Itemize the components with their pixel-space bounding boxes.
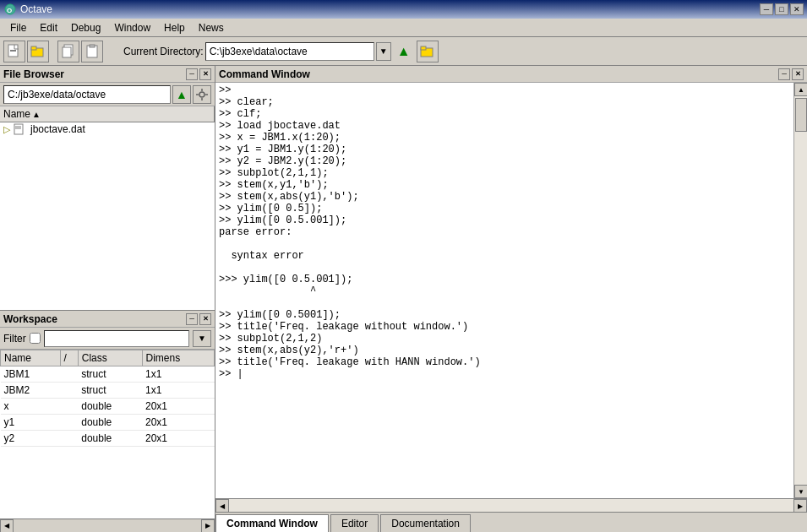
menu-edit[interactable]: Edit <box>33 20 64 35</box>
table-row[interactable]: JBM2struct1x1 <box>1 383 215 399</box>
tab-editor[interactable]: Editor <box>330 514 379 532</box>
close-button[interactable]: ✕ <box>790 3 804 15</box>
svg-rect-5 <box>31 46 36 50</box>
var-class: double <box>78 431 142 447</box>
file-sort-icon[interactable]: ▲ <box>32 110 41 119</box>
file-browser-controls: ─ ✕ <box>186 68 211 80</box>
workspace-title: Workspace <box>3 313 57 325</box>
paste-button[interactable] <box>81 41 103 62</box>
scroll-up-btn[interactable]: ▲ <box>794 83 807 96</box>
tab-documentation[interactable]: Documentation <box>380 514 471 532</box>
maximize-button[interactable]: □ <box>775 3 788 15</box>
command-window-close[interactable]: ✕ <box>792 68 804 80</box>
workspace-filter: Filter ▼ <box>0 328 215 350</box>
file-browser-close[interactable]: ✕ <box>199 68 211 80</box>
filter-dropdown[interactable]: ▼ <box>193 330 211 347</box>
var-name: x <box>1 399 61 415</box>
table-row[interactable]: y2double20x1 <box>1 431 215 447</box>
title-left: O Octave <box>3 3 52 16</box>
open-file-button[interactable] <box>27 41 49 62</box>
file-settings-button[interactable] <box>193 85 211 104</box>
menu-help[interactable]: Help <box>157 20 192 35</box>
cmd-scroll-right[interactable]: ▶ <box>793 499 807 513</box>
new-file-button[interactable] <box>3 41 25 62</box>
menu-debug[interactable]: Debug <box>64 20 107 35</box>
title-text: Octave <box>20 3 52 15</box>
var-flag <box>60 383 78 399</box>
file-name: jboctave.dat <box>30 123 85 135</box>
col-header-dim[interactable]: Dimens <box>142 350 215 366</box>
copy-button[interactable] <box>57 41 79 62</box>
table-row[interactable]: y1double20x1 <box>1 415 215 431</box>
command-scrollbar-h[interactable]: ◀ ▶ <box>215 498 807 512</box>
scroll-track-v <box>794 96 807 485</box>
menu-window[interactable]: Window <box>107 20 157 35</box>
file-dat-icon <box>14 123 27 135</box>
var-flag <box>60 415 78 431</box>
filter-label: Filter <box>3 333 26 345</box>
current-dir-input[interactable] <box>205 42 374 61</box>
table-row[interactable]: JBM1struct1x1 <box>1 366 215 383</box>
file-col-name[interactable]: Name ▲ <box>0 106 215 122</box>
menu-news[interactable]: News <box>192 20 231 35</box>
menu-file[interactable]: File <box>3 20 33 35</box>
var-dim: 20x1 <box>142 415 215 431</box>
svg-text:O: O <box>7 7 12 14</box>
filter-input[interactable] <box>44 330 189 347</box>
nav-up-icon: ▲ <box>176 88 188 101</box>
bottom-tabs: Command Window Editor Documentation <box>215 512 807 532</box>
workspace-controls: ─ ✕ <box>186 313 211 325</box>
expand-icon: ▷ <box>3 124 10 135</box>
var-class: double <box>78 415 142 431</box>
title-controls: ─ □ ✕ <box>760 3 804 15</box>
col-header-name[interactable]: Name <box>1 350 61 366</box>
main-content: File Browser ─ ✕ ▲ <box>0 66 807 532</box>
left-scrollbar-h[interactable]: ◀ ▶ <box>0 518 215 532</box>
workspace-minimize[interactable]: ─ <box>186 313 198 325</box>
col-header-flag[interactable]: / <box>60 350 78 366</box>
command-window-minimize[interactable]: ─ <box>778 68 790 80</box>
command-window-controls: ─ ✕ <box>778 68 804 80</box>
svg-rect-7 <box>63 47 71 57</box>
var-name: y1 <box>1 415 61 431</box>
file-browser-path[interactable] <box>3 85 171 104</box>
file-browser-minimize[interactable]: ─ <box>186 68 198 80</box>
file-browser-toolbar: ▲ <box>0 83 215 106</box>
octave-icon: O <box>3 3 17 16</box>
workspace-close[interactable]: ✕ <box>199 313 211 325</box>
file-browser: File Browser ─ ✕ ▲ <box>0 66 215 311</box>
workspace-header: Workspace ─ ✕ <box>0 311 215 328</box>
scroll-down-btn[interactable]: ▼ <box>794 485 807 498</box>
scroll-right-btn[interactable]: ▶ <box>201 519 215 533</box>
tab-command-window[interactable]: Command Window <box>215 514 329 532</box>
list-item[interactable]: ▷ jboctave.dat <box>0 122 215 136</box>
cmd-scroll-left[interactable]: ◀ <box>215 499 229 513</box>
var-flag <box>60 399 78 415</box>
command-scrollbar-v[interactable]: ▲ ▼ <box>793 83 807 498</box>
file-browser-header: File Browser ─ ✕ <box>0 66 215 83</box>
file-col-name-label: Name <box>3 108 30 120</box>
browse-dir-button[interactable] <box>417 41 439 62</box>
svg-rect-9 <box>90 45 95 47</box>
right-panel: Command Window ─ ✕ >> >> clear; >> clf; … <box>215 66 807 532</box>
dir-up-button[interactable]: ▲ <box>393 41 415 62</box>
var-dim: 20x1 <box>142 431 215 447</box>
table-row[interactable]: xdouble20x1 <box>1 399 215 415</box>
settings-icon <box>195 88 209 101</box>
filter-checkbox[interactable] <box>30 333 41 344</box>
scroll-left-btn[interactable]: ◀ <box>0 519 14 533</box>
scroll-thumb-v[interactable] <box>795 98 807 132</box>
workspace-table: Name / Class Dimens JBM1struct1x1JBM2str… <box>0 350 215 518</box>
var-name: JBM2 <box>1 383 61 399</box>
toolbar: Current Directory: ▼ ▲ <box>0 37 807 66</box>
command-content[interactable]: >> >> clear; >> clf; >> load jboctave.da… <box>215 83 793 498</box>
dir-dropdown[interactable]: ▼ <box>376 42 391 61</box>
var-dim: 20x1 <box>142 399 215 415</box>
var-class: struct <box>78 383 142 399</box>
left-panel: File Browser ─ ✕ ▲ <box>0 66 215 532</box>
file-browser-title: File Browser <box>3 68 64 80</box>
col-header-class[interactable]: Class <box>78 350 142 366</box>
file-nav-up-button[interactable]: ▲ <box>172 85 191 104</box>
var-flag <box>60 366 78 383</box>
minimize-button[interactable]: ─ <box>760 3 773 15</box>
